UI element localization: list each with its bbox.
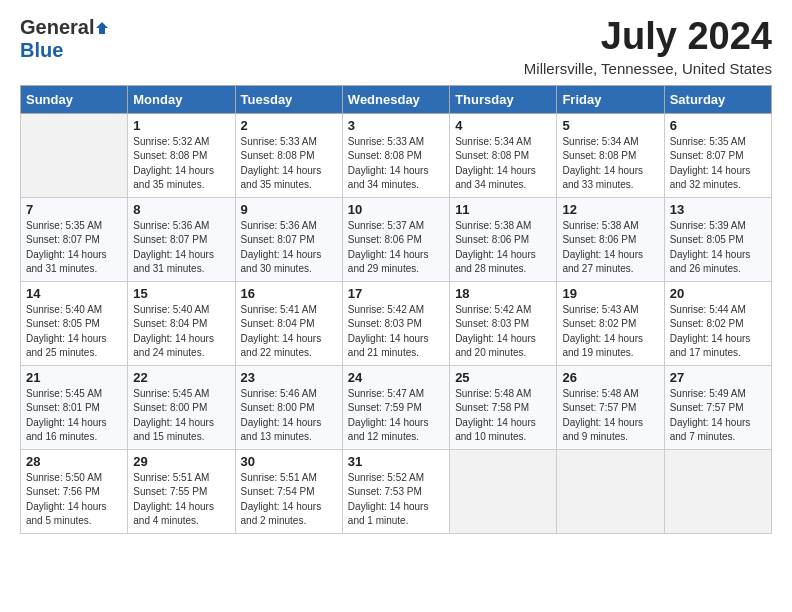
logo: General Blue (20, 16, 109, 62)
day-number: 15 (133, 286, 229, 301)
day-number: 31 (348, 454, 444, 469)
day-info: Sunrise: 5:33 AM Sunset: 8:08 PM Dayligh… (348, 135, 444, 193)
logo-general-text: General (20, 16, 94, 39)
day-number: 29 (133, 454, 229, 469)
calendar-week-row: 1Sunrise: 5:32 AM Sunset: 8:08 PM Daylig… (21, 113, 772, 197)
day-number: 18 (455, 286, 551, 301)
calendar-cell: 15Sunrise: 5:40 AM Sunset: 8:04 PM Dayli… (128, 281, 235, 365)
calendar-cell: 27Sunrise: 5:49 AM Sunset: 7:57 PM Dayli… (664, 365, 771, 449)
day-number: 5 (562, 118, 658, 133)
calendar-cell: 21Sunrise: 5:45 AM Sunset: 8:01 PM Dayli… (21, 365, 128, 449)
calendar-cell: 10Sunrise: 5:37 AM Sunset: 8:06 PM Dayli… (342, 197, 449, 281)
calendar-cell: 11Sunrise: 5:38 AM Sunset: 8:06 PM Dayli… (450, 197, 557, 281)
calendar-header-row: SundayMondayTuesdayWednesdayThursdayFrid… (21, 85, 772, 113)
calendar-week-row: 28Sunrise: 5:50 AM Sunset: 7:56 PM Dayli… (21, 449, 772, 533)
day-info: Sunrise: 5:50 AM Sunset: 7:56 PM Dayligh… (26, 471, 122, 529)
column-header-saturday: Saturday (664, 85, 771, 113)
day-number: 19 (562, 286, 658, 301)
calendar-cell: 28Sunrise: 5:50 AM Sunset: 7:56 PM Dayli… (21, 449, 128, 533)
day-number: 7 (26, 202, 122, 217)
day-info: Sunrise: 5:51 AM Sunset: 7:54 PM Dayligh… (241, 471, 337, 529)
calendar-cell: 31Sunrise: 5:52 AM Sunset: 7:53 PM Dayli… (342, 449, 449, 533)
day-number: 1 (133, 118, 229, 133)
column-header-friday: Friday (557, 85, 664, 113)
day-number: 27 (670, 370, 766, 385)
day-info: Sunrise: 5:38 AM Sunset: 8:06 PM Dayligh… (562, 219, 658, 277)
calendar-cell: 3Sunrise: 5:33 AM Sunset: 8:08 PM Daylig… (342, 113, 449, 197)
calendar-cell (557, 449, 664, 533)
day-number: 13 (670, 202, 766, 217)
day-info: Sunrise: 5:45 AM Sunset: 8:00 PM Dayligh… (133, 387, 229, 445)
title-block: July 2024 Millersville, Tennessee, Unite… (524, 16, 772, 77)
month-title: July 2024 (524, 16, 772, 58)
calendar-week-row: 14Sunrise: 5:40 AM Sunset: 8:05 PM Dayli… (21, 281, 772, 365)
day-info: Sunrise: 5:35 AM Sunset: 8:07 PM Dayligh… (26, 219, 122, 277)
day-number: 30 (241, 454, 337, 469)
calendar-cell: 6Sunrise: 5:35 AM Sunset: 8:07 PM Daylig… (664, 113, 771, 197)
calendar-cell: 7Sunrise: 5:35 AM Sunset: 8:07 PM Daylig… (21, 197, 128, 281)
column-header-tuesday: Tuesday (235, 85, 342, 113)
calendar-cell: 1Sunrise: 5:32 AM Sunset: 8:08 PM Daylig… (128, 113, 235, 197)
svg-marker-0 (96, 22, 108, 34)
day-number: 4 (455, 118, 551, 133)
day-number: 25 (455, 370, 551, 385)
day-info: Sunrise: 5:38 AM Sunset: 8:06 PM Dayligh… (455, 219, 551, 277)
day-info: Sunrise: 5:44 AM Sunset: 8:02 PM Dayligh… (670, 303, 766, 361)
calendar-cell: 19Sunrise: 5:43 AM Sunset: 8:02 PM Dayli… (557, 281, 664, 365)
day-number: 11 (455, 202, 551, 217)
calendar-cell: 9Sunrise: 5:36 AM Sunset: 8:07 PM Daylig… (235, 197, 342, 281)
calendar-cell: 22Sunrise: 5:45 AM Sunset: 8:00 PM Dayli… (128, 365, 235, 449)
calendar-week-row: 7Sunrise: 5:35 AM Sunset: 8:07 PM Daylig… (21, 197, 772, 281)
day-number: 28 (26, 454, 122, 469)
calendar-cell: 23Sunrise: 5:46 AM Sunset: 8:00 PM Dayli… (235, 365, 342, 449)
calendar-cell (664, 449, 771, 533)
day-info: Sunrise: 5:32 AM Sunset: 8:08 PM Dayligh… (133, 135, 229, 193)
day-info: Sunrise: 5:48 AM Sunset: 7:58 PM Dayligh… (455, 387, 551, 445)
logo-blue-text: Blue (20, 39, 63, 61)
day-info: Sunrise: 5:47 AM Sunset: 7:59 PM Dayligh… (348, 387, 444, 445)
calendar-cell: 12Sunrise: 5:38 AM Sunset: 8:06 PM Dayli… (557, 197, 664, 281)
calendar-cell (450, 449, 557, 533)
calendar-cell: 14Sunrise: 5:40 AM Sunset: 8:05 PM Dayli… (21, 281, 128, 365)
calendar-cell: 4Sunrise: 5:34 AM Sunset: 8:08 PM Daylig… (450, 113, 557, 197)
calendar-cell: 30Sunrise: 5:51 AM Sunset: 7:54 PM Dayli… (235, 449, 342, 533)
page-header: General Blue July 2024 Millersville, Ten… (20, 16, 772, 77)
day-number: 22 (133, 370, 229, 385)
calendar-cell: 25Sunrise: 5:48 AM Sunset: 7:58 PM Dayli… (450, 365, 557, 449)
column-header-sunday: Sunday (21, 85, 128, 113)
day-info: Sunrise: 5:40 AM Sunset: 8:05 PM Dayligh… (26, 303, 122, 361)
calendar-cell: 5Sunrise: 5:34 AM Sunset: 8:08 PM Daylig… (557, 113, 664, 197)
calendar-cell: 8Sunrise: 5:36 AM Sunset: 8:07 PM Daylig… (128, 197, 235, 281)
calendar-cell: 16Sunrise: 5:41 AM Sunset: 8:04 PM Dayli… (235, 281, 342, 365)
logo-icon (95, 21, 109, 35)
day-number: 9 (241, 202, 337, 217)
column-header-wednesday: Wednesday (342, 85, 449, 113)
day-info: Sunrise: 5:46 AM Sunset: 8:00 PM Dayligh… (241, 387, 337, 445)
day-number: 17 (348, 286, 444, 301)
day-number: 14 (26, 286, 122, 301)
day-number: 20 (670, 286, 766, 301)
day-info: Sunrise: 5:36 AM Sunset: 8:07 PM Dayligh… (133, 219, 229, 277)
calendar-cell: 20Sunrise: 5:44 AM Sunset: 8:02 PM Dayli… (664, 281, 771, 365)
day-number: 2 (241, 118, 337, 133)
day-number: 23 (241, 370, 337, 385)
day-number: 10 (348, 202, 444, 217)
day-info: Sunrise: 5:49 AM Sunset: 7:57 PM Dayligh… (670, 387, 766, 445)
day-number: 6 (670, 118, 766, 133)
calendar-cell: 2Sunrise: 5:33 AM Sunset: 8:08 PM Daylig… (235, 113, 342, 197)
calendar-cell: 24Sunrise: 5:47 AM Sunset: 7:59 PM Dayli… (342, 365, 449, 449)
column-header-monday: Monday (128, 85, 235, 113)
day-number: 26 (562, 370, 658, 385)
day-info: Sunrise: 5:34 AM Sunset: 8:08 PM Dayligh… (562, 135, 658, 193)
day-number: 21 (26, 370, 122, 385)
day-info: Sunrise: 5:52 AM Sunset: 7:53 PM Dayligh… (348, 471, 444, 529)
location-title: Millersville, Tennessee, United States (524, 60, 772, 77)
day-info: Sunrise: 5:39 AM Sunset: 8:05 PM Dayligh… (670, 219, 766, 277)
day-number: 16 (241, 286, 337, 301)
calendar-cell: 17Sunrise: 5:42 AM Sunset: 8:03 PM Dayli… (342, 281, 449, 365)
calendar-table: SundayMondayTuesdayWednesdayThursdayFrid… (20, 85, 772, 534)
calendar-cell: 26Sunrise: 5:48 AM Sunset: 7:57 PM Dayli… (557, 365, 664, 449)
day-info: Sunrise: 5:33 AM Sunset: 8:08 PM Dayligh… (241, 135, 337, 193)
calendar-cell: 29Sunrise: 5:51 AM Sunset: 7:55 PM Dayli… (128, 449, 235, 533)
day-info: Sunrise: 5:35 AM Sunset: 8:07 PM Dayligh… (670, 135, 766, 193)
